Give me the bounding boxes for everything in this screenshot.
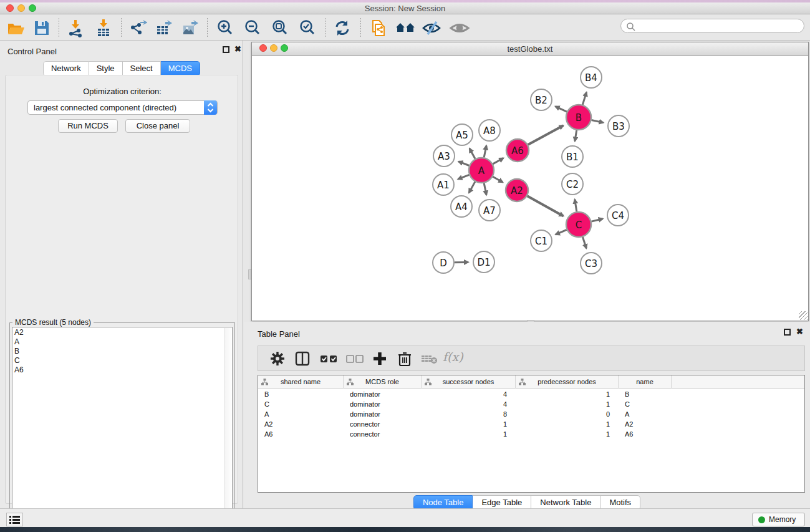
graph-node-A[interactable]: A bbox=[469, 158, 494, 183]
close-panel-button[interactable]: Close panel bbox=[125, 119, 190, 133]
delete-table-icon[interactable] bbox=[420, 351, 436, 367]
column-header-shared-name[interactable]: shared name bbox=[258, 375, 344, 389]
graph-node-C3[interactable]: C3 bbox=[581, 253, 602, 274]
graph-edge-B-B2[interactable] bbox=[556, 107, 567, 112]
export-network-icon[interactable] bbox=[128, 19, 147, 37]
homes-icon[interactable] bbox=[395, 19, 413, 37]
result-item[interactable]: A6 bbox=[12, 365, 232, 374]
node-label: C3 bbox=[585, 258, 597, 269]
table-cell: dominator bbox=[350, 399, 422, 409]
graph-node-A2[interactable]: A2 bbox=[506, 179, 528, 201]
graph-edge-C-C1[interactable] bbox=[556, 230, 567, 235]
import-network-icon[interactable] bbox=[66, 19, 85, 37]
tab-style[interactable]: Style bbox=[89, 61, 123, 76]
network-graph-canvas[interactable]: B4B2BB3A8A5A6A3B1AA1C2A2A4A7C4CC1C3DD1 bbox=[252, 57, 808, 321]
result-item[interactable]: C bbox=[12, 355, 232, 365]
eye-slash-icon[interactable] bbox=[422, 19, 440, 37]
graph-node-C2[interactable]: C2 bbox=[562, 173, 583, 195]
graph-node-B[interactable]: B bbox=[566, 105, 591, 130]
unchecked-boxes-icon[interactable] bbox=[345, 351, 362, 367]
plus-icon[interactable] bbox=[372, 351, 388, 367]
table-cell: A2 bbox=[625, 419, 672, 429]
graph-edge-C-C3[interactable] bbox=[582, 237, 586, 248]
memory-button[interactable]: Memory bbox=[752, 513, 805, 526]
graph-node-D1[interactable]: D1 bbox=[473, 251, 494, 273]
graph-edge-B-B3[interactable] bbox=[592, 120, 604, 122]
column-header-name[interactable]: name bbox=[619, 375, 672, 389]
control-panel-title: Control Panel bbox=[7, 47, 57, 56]
graph-node-A7[interactable]: A7 bbox=[479, 200, 500, 221]
graph-edge-A2-C[interactable] bbox=[528, 196, 564, 216]
zoom-selected-icon[interactable] bbox=[298, 19, 317, 37]
graph-node-C1[interactable]: C1 bbox=[531, 230, 552, 251]
graph-edge-A-A5[interactable] bbox=[470, 148, 475, 159]
graph-edge-A-A2[interactable] bbox=[493, 177, 503, 182]
open-folder-icon[interactable] bbox=[6, 19, 25, 37]
column-header-predecessor-nodes[interactable]: predecessor nodes bbox=[516, 375, 619, 389]
fx-label: f(x) bbox=[443, 350, 463, 364]
float-panel-button[interactable] bbox=[223, 46, 229, 55]
graph-edge-A6-B[interactable] bbox=[528, 125, 564, 145]
tab-mcds[interactable]: MCDS bbox=[161, 61, 200, 76]
save-floppy-icon[interactable] bbox=[32, 19, 51, 37]
copy-network-icon[interactable] bbox=[369, 19, 388, 37]
result-item[interactable]: A bbox=[12, 337, 232, 346]
checked-boxes-icon[interactable] bbox=[319, 351, 335, 367]
trash-icon[interactable] bbox=[397, 351, 413, 367]
eye-icon[interactable] bbox=[449, 19, 468, 37]
result-item[interactable]: A2 bbox=[12, 327, 232, 337]
zoom-out-icon[interactable] bbox=[243, 19, 262, 37]
memory-label: Memory bbox=[769, 515, 796, 524]
export-image-icon[interactable] bbox=[181, 19, 200, 37]
scrollbar-track[interactable] bbox=[224, 328, 231, 528]
graph-node-B1[interactable]: B1 bbox=[562, 146, 583, 167]
graph-edge-B-B4[interactable] bbox=[582, 92, 586, 105]
graph-node-A8[interactable]: A8 bbox=[479, 120, 500, 141]
result-item[interactable]: B bbox=[12, 346, 232, 355]
graph-edge-A-A3[interactable] bbox=[458, 162, 469, 166]
column-header-MCDS-role[interactable]: MCDS role bbox=[344, 375, 422, 389]
task-list-button[interactable] bbox=[6, 513, 23, 526]
graph-node-A3[interactable]: A3 bbox=[433, 145, 455, 167]
graph-edge-B-B1[interactable] bbox=[575, 130, 577, 142]
graph-edge-A-A8[interactable] bbox=[484, 145, 486, 157]
close-table-panel-button[interactable]: ✖ bbox=[796, 327, 803, 336]
graph-node-C4[interactable]: C4 bbox=[607, 205, 629, 226]
table-cell: dominator bbox=[350, 409, 422, 419]
mcds-result-list[interactable]: A2ABCA6 bbox=[12, 327, 233, 528]
graph-edge-C-C2[interactable] bbox=[575, 200, 577, 212]
graph-node-A4[interactable]: A4 bbox=[451, 196, 472, 217]
column-header-successor-nodes[interactable]: successor nodes bbox=[422, 375, 516, 389]
resize-grip-icon[interactable] bbox=[799, 311, 808, 320]
graph-node-D[interactable]: D bbox=[433, 252, 454, 273]
graph-node-A5[interactable]: A5 bbox=[451, 124, 473, 145]
zoom-fit-icon[interactable] bbox=[271, 19, 289, 37]
split-columns-icon[interactable] bbox=[294, 351, 311, 367]
graph-node-B2[interactable]: B2 bbox=[531, 89, 552, 110]
graph-node-C[interactable]: C bbox=[566, 212, 591, 237]
refresh-icon[interactable] bbox=[333, 19, 352, 37]
zoom-in-icon[interactable] bbox=[216, 19, 234, 37]
graph-node-B3[interactable]: B3 bbox=[608, 115, 629, 137]
table-cell: 1 bbox=[422, 419, 507, 429]
close-panel-icon-button[interactable]: ✖ bbox=[234, 44, 241, 54]
table-cell: 1 bbox=[516, 389, 610, 399]
graph-node-A6[interactable]: A6 bbox=[506, 139, 529, 162]
export-table-icon[interactable] bbox=[155, 19, 173, 37]
run-mcds-button[interactable]: Run MCDS bbox=[58, 119, 118, 133]
graph-edge-A-A1[interactable] bbox=[458, 175, 469, 179]
graph-edge-A-A6[interactable] bbox=[493, 158, 503, 164]
import-table-icon[interactable] bbox=[94, 19, 113, 37]
float-table-panel-button[interactable] bbox=[784, 328, 791, 337]
graph-edge-A-A7[interactable] bbox=[484, 183, 486, 195]
graph-node-B4[interactable]: B4 bbox=[581, 67, 602, 88]
tab-select[interactable]: Select bbox=[123, 61, 161, 76]
node-table[interactable]: shared nameMCDS rolesuccessor nodesprede… bbox=[258, 375, 805, 493]
graph-edge-A-A4[interactable] bbox=[469, 181, 475, 193]
graph-edge-C-C4[interactable] bbox=[591, 219, 602, 221]
tab-network[interactable]: Network bbox=[43, 61, 89, 76]
optimization-criterion-select[interactable]: largest connected component (directed) bbox=[27, 100, 218, 115]
graph-node-A1[interactable]: A1 bbox=[433, 174, 454, 195]
search-input[interactable] bbox=[620, 19, 804, 33]
gear-icon[interactable] bbox=[269, 351, 286, 367]
